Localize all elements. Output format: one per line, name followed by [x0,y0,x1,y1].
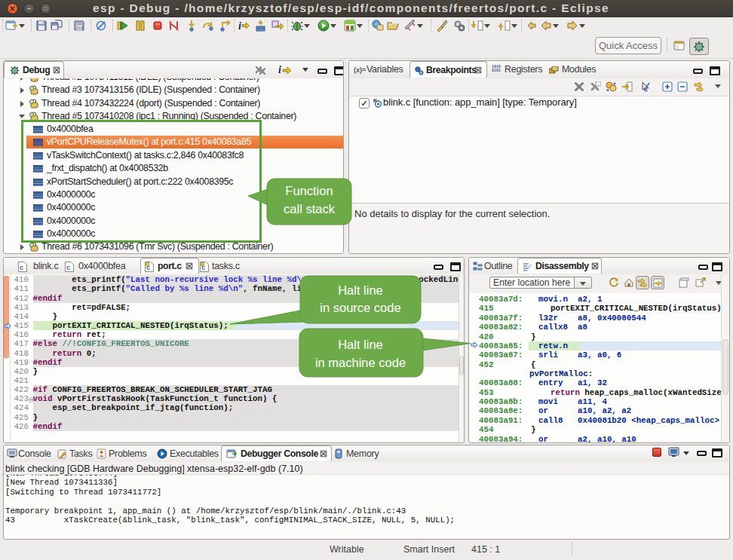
svg-text:c: c [20,264,23,271]
svg-text:010: 010 [76,26,83,31]
svg-text:c: c [66,264,70,271]
svg-text:i: i [238,20,241,32]
svg-text:i: i [278,64,281,75]
